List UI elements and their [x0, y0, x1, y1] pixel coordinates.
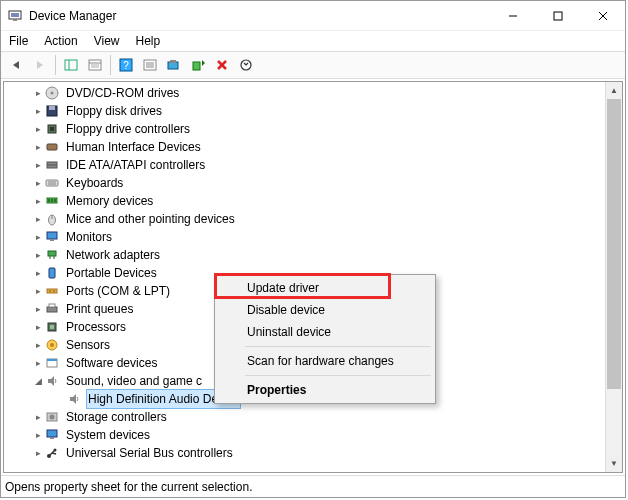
chevron-right-icon[interactable]: ▸ — [32, 408, 44, 426]
tree-node-label: System devices — [64, 426, 152, 444]
toolbar: ? — [1, 51, 625, 79]
tree-node[interactable]: ▸Floppy drive controllers — [10, 120, 605, 138]
sound-icon — [66, 391, 82, 407]
minimize-button[interactable] — [490, 1, 535, 30]
tree-node-label: Processors — [64, 318, 128, 336]
toolbar-separator — [110, 55, 111, 75]
back-button[interactable] — [5, 54, 27, 76]
menu-item-update-driver[interactable]: Update driver — [217, 277, 433, 299]
svg-rect-20 — [170, 60, 176, 63]
menu-action[interactable]: Action — [44, 34, 77, 48]
tree-node[interactable]: ▸Universal Serial Bus controllers — [10, 444, 605, 462]
menu-separator — [245, 375, 431, 376]
show-hide-tree-button[interactable] — [60, 54, 82, 76]
tree-node[interactable]: ▸Floppy disk drives — [10, 102, 605, 120]
chevron-right-icon[interactable]: ▸ — [32, 102, 44, 120]
svg-rect-34 — [46, 180, 58, 186]
mouse-icon — [44, 211, 60, 227]
monitor-icon — [44, 229, 60, 245]
svg-point-50 — [49, 290, 51, 292]
svg-point-51 — [53, 290, 55, 292]
usb-icon — [44, 445, 60, 461]
tree-node-label: Floppy disk drives — [64, 102, 164, 120]
scroll-up-button[interactable]: ▲ — [606, 82, 622, 99]
scroll-thumb[interactable] — [607, 99, 621, 389]
tree-node[interactable]: ▸Network adapters — [10, 246, 605, 264]
list-button[interactable] — [139, 54, 161, 76]
tree-node[interactable]: ▸Storage controllers — [10, 408, 605, 426]
tree-node[interactable]: ▸Mice and other pointing devices — [10, 210, 605, 228]
menu-help[interactable]: Help — [136, 34, 161, 48]
tree-node-label: Monitors — [64, 228, 114, 246]
chevron-right-icon[interactable]: ▸ — [32, 444, 44, 462]
toolbar-separator — [55, 55, 56, 75]
chevron-right-icon[interactable]: ▸ — [32, 282, 44, 300]
chevron-right-icon[interactable]: ▸ — [32, 156, 44, 174]
chevron-right-icon[interactable]: ▸ — [32, 318, 44, 336]
disable-button[interactable] — [235, 54, 257, 76]
chevron-right-icon[interactable]: ▸ — [32, 264, 44, 282]
chevron-right-icon[interactable]: ▸ — [32, 354, 44, 372]
tree-node-label: Ports (COM & LPT) — [64, 282, 172, 300]
floppy-icon — [44, 103, 60, 119]
svg-rect-2 — [13, 19, 17, 21]
svg-rect-44 — [50, 239, 54, 241]
scroll-down-button[interactable]: ▼ — [606, 455, 622, 472]
tree-node[interactable]: ▸Monitors — [10, 228, 605, 246]
properties-button[interactable] — [84, 54, 106, 76]
tree-node[interactable]: ▸Human Interface Devices — [10, 138, 605, 156]
tree-node[interactable]: ▸Memory devices — [10, 192, 605, 210]
chevron-right-icon[interactable]: ▸ — [32, 174, 44, 192]
svg-rect-43 — [47, 232, 57, 239]
svg-rect-62 — [47, 430, 57, 437]
cpu-icon — [44, 319, 60, 335]
menu-item-uninstall-device[interactable]: Uninstall device — [217, 321, 433, 343]
maximize-button[interactable] — [535, 1, 580, 30]
sensor-icon — [44, 337, 60, 353]
chevron-right-icon[interactable]: ▸ — [32, 426, 44, 444]
svg-rect-21 — [193, 62, 200, 70]
menu-view[interactable]: View — [94, 34, 120, 48]
chevron-right-icon[interactable]: ▸ — [32, 192, 44, 210]
menu-item-properties[interactable]: Properties — [217, 379, 433, 401]
menu-item-disable-device[interactable]: Disable device — [217, 299, 433, 321]
chevron-right-icon[interactable]: ▸ — [32, 138, 44, 156]
tree-node-label: Human Interface Devices — [64, 138, 203, 156]
tree-node[interactable]: ▸DVD/CD-ROM drives — [10, 84, 605, 102]
chevron-right-icon[interactable]: ▸ — [32, 210, 44, 228]
printer-icon — [44, 301, 60, 317]
chevron-right-icon[interactable]: ▸ — [32, 336, 44, 354]
help-button[interactable]: ? — [115, 54, 137, 76]
svg-point-26 — [51, 92, 54, 95]
update-driver-button[interactable] — [187, 54, 209, 76]
svg-rect-63 — [50, 437, 54, 439]
menu-file[interactable]: File — [9, 34, 28, 48]
chevron-right-icon[interactable]: ▸ — [32, 84, 44, 102]
scan-hardware-button[interactable] — [163, 54, 185, 76]
forward-button[interactable] — [29, 54, 51, 76]
chevron-right-icon[interactable]: ▸ — [32, 228, 44, 246]
svg-rect-52 — [47, 307, 57, 312]
chevron-right-icon[interactable]: ▸ — [32, 300, 44, 318]
tree-node-label: Sensors — [64, 336, 112, 354]
sound-icon — [44, 373, 60, 389]
tree-node[interactable]: ▸IDE ATA/ATAPI controllers — [10, 156, 605, 174]
tree-node-label: IDE ATA/ATAPI controllers — [64, 156, 207, 174]
chevron-right-icon[interactable]: ▸ — [32, 120, 44, 138]
chevron-right-icon[interactable]: ▸ — [32, 246, 44, 264]
tree-node-label: Mice and other pointing devices — [64, 210, 237, 228]
tree-node-label: Sound, video and game c — [64, 372, 204, 390]
tree-node[interactable]: ▸Keyboards — [10, 174, 605, 192]
close-button[interactable] — [580, 1, 625, 30]
portable-icon — [44, 265, 60, 281]
tree-node[interactable]: ▸System devices — [10, 426, 605, 444]
uninstall-button[interactable] — [211, 54, 233, 76]
device-manager-window: Device Manager File Action View Help ? ▸… — [0, 0, 626, 498]
status-text: Opens property sheet for the current sel… — [5, 480, 252, 494]
tree-node-label: Universal Serial Bus controllers — [64, 444, 235, 462]
chevron-down-icon[interactable]: ◢ — [32, 372, 44, 390]
menu-item-scan-hardware[interactable]: Scan for hardware changes — [217, 350, 433, 372]
menubar: File Action View Help — [1, 31, 625, 51]
vertical-scrollbar[interactable]: ▲ ▼ — [605, 82, 622, 472]
svg-rect-55 — [50, 325, 54, 329]
